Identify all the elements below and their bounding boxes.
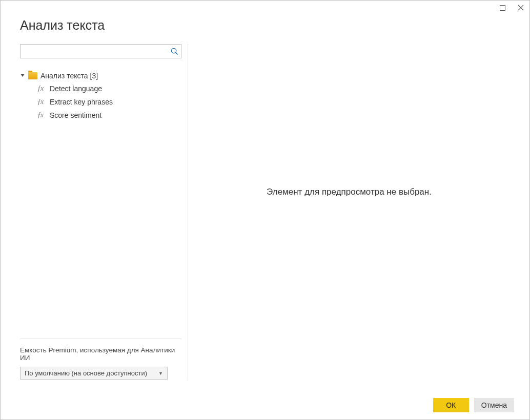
tree-folder-count: [3] <box>90 72 98 80</box>
capacity-section: Емкость Premium, используемая для Аналит… <box>20 339 181 381</box>
tree-item-label: Score sentiment <box>50 111 101 119</box>
tree-folder[interactable]: Анализ текста [3] <box>20 70 181 82</box>
dropdown-selected: По умолчанию (на основе доступности) <box>25 369 147 377</box>
tree-item-label: Extract key phrases <box>50 98 113 106</box>
folder-icon <box>28 72 37 79</box>
function-icon: ƒx <box>37 111 46 119</box>
dialog-title: Анализ текста <box>20 18 510 33</box>
ok-button[interactable]: ОК <box>433 398 469 412</box>
svg-marker-5 <box>21 74 25 77</box>
maximize-icon <box>500 5 505 11</box>
tree-folder-label: Анализ текста <box>40 72 88 80</box>
svg-rect-0 <box>500 5 505 10</box>
dialog-content: Анализ текста <box>1 15 529 391</box>
close-icon <box>518 5 524 11</box>
search-icon <box>168 48 181 55</box>
preview-panel: Элемент для предпросмотра не выбран. <box>188 44 510 381</box>
preview-empty-message: Элемент для предпросмотра не выбран. <box>267 187 432 197</box>
tree: Анализ текста [3] ƒx Detect language ƒx … <box>20 68 181 339</box>
expand-arrow-icon <box>20 73 25 78</box>
tree-item-extract-key-phrases[interactable]: ƒx Extract key phrases <box>20 95 181 109</box>
tree-item-score-sentiment[interactable]: ƒx Score sentiment <box>20 109 181 122</box>
dialog-footer: ОК Отмена <box>1 391 529 419</box>
titlebar <box>1 1 529 15</box>
tree-item-detect-language[interactable]: ƒx Detect language <box>20 82 181 95</box>
cancel-button[interactable]: Отмена <box>474 398 514 412</box>
capacity-dropdown[interactable]: По умолчанию (на основе доступности) ▼ <box>20 367 168 380</box>
function-icon: ƒx <box>37 85 46 93</box>
left-panel: Анализ текста [3] ƒx Detect language ƒx … <box>20 44 188 381</box>
close-button[interactable] <box>517 4 524 11</box>
svg-point-3 <box>171 48 176 53</box>
maximize-button[interactable] <box>499 4 506 11</box>
search-box[interactable] <box>20 44 181 58</box>
tree-item-label: Detect language <box>50 85 102 93</box>
capacity-label: Емкость Premium, используемая для Аналит… <box>20 346 181 362</box>
svg-line-4 <box>175 52 177 54</box>
search-input[interactable] <box>21 45 168 58</box>
dialog-window: Анализ текста <box>0 0 530 420</box>
function-icon: ƒx <box>37 98 46 106</box>
chevron-down-icon: ▼ <box>158 371 163 376</box>
dialog-body: Анализ текста [3] ƒx Detect language ƒx … <box>20 44 510 381</box>
